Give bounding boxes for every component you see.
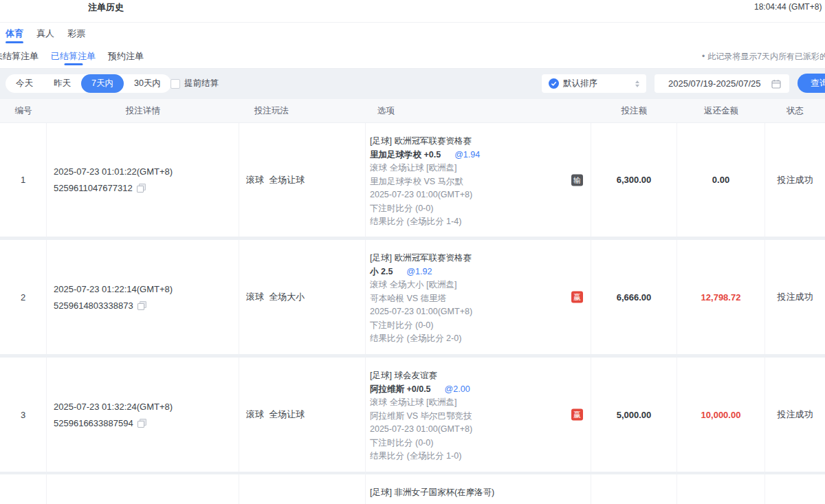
stake-amount: 6,300.00 — [591, 123, 677, 237]
selection: 里加足球学校 +0.5 — [370, 149, 441, 162]
date-range-input[interactable]: 2025/07/19-2025/07/25 — [654, 74, 789, 93]
match-teams: 哥本哈根 VS 德里塔 — [370, 292, 567, 306]
filter-7days[interactable]: 7天内 — [81, 74, 124, 93]
bet-id: 5259614803338873 — [54, 300, 133, 311]
odds-value: @1.94 — [454, 149, 480, 162]
filter-yesterday[interactable]: 昨天 — [43, 74, 81, 93]
match-time: 2025-07-23 01:00(GMT+8) — [370, 188, 567, 202]
stake-amount: 6,666.00 — [591, 240, 677, 354]
notice-bullet: • — [702, 52, 705, 61]
bet-status — [765, 474, 825, 504]
outcome-badge-lose: 输 — [571, 174, 583, 186]
col-header-payout: 返还金额 — [677, 99, 765, 122]
row-number — [0, 474, 47, 504]
early-settle-checkbox-group[interactable]: 提前结算 — [170, 74, 219, 93]
subtab-unsettled[interactable]: 未结算注单 — [0, 45, 38, 68]
copy-icon[interactable] — [138, 301, 146, 310]
col-header-play: 投注玩法 — [239, 99, 366, 122]
sort-select[interactable]: 默认排序 — [542, 74, 646, 93]
play-type: 滚球 全场大小 — [239, 240, 366, 354]
date-range-value: 2025/07/19-2025/07/25 — [668, 78, 760, 89]
col-header-detail: 投注详情 — [47, 99, 239, 122]
tab-sports-label: 体育 — [6, 28, 23, 40]
table-body: 1 2025-07-23 01:01:22(GMT+8) 52596110476… — [0, 122, 825, 504]
table-row: 1 2025-07-23 01:01:22(GMT+8) 52596110476… — [0, 123, 825, 237]
early-settle-checkbox[interactable] — [170, 79, 180, 89]
copy-icon[interactable] — [138, 419, 146, 428]
league-name: [足球] 欧洲冠军联赛资格赛 — [370, 252, 567, 265]
league-name: [足球] 球会友谊赛 — [370, 369, 567, 383]
bet-status: 投注成功 — [765, 240, 825, 354]
copy-icon[interactable] — [137, 184, 146, 193]
col-header-stake: 投注额 — [591, 99, 677, 122]
match-time: 2025-07-23 01:00(GMT+8) — [370, 423, 567, 437]
market-info: 滚球 全场让球 [欧洲盘] — [370, 396, 567, 410]
league-name: [足球] 欧洲冠军联赛资格赛 — [370, 135, 567, 149]
option-cell: [足球] 欧洲冠军联赛资格赛 里加足球学校 +0.5@1.94 滚球 全场让球 … — [366, 123, 591, 237]
bet-time: 2025-07-23 01:01:22(GMT+8) — [54, 166, 239, 177]
play-type: 滚球 全场让球 — [239, 358, 366, 472]
filter-30days[interactable]: 30天内 — [124, 74, 171, 93]
server-time: 18:04:44 (GMT+8) — [754, 2, 822, 12]
query-button[interactable]: 查询 — [798, 74, 825, 93]
subtab-reserved[interactable]: 预约注单 — [108, 45, 144, 68]
table-row: [足球] 非洲女子国家杯(在摩洛哥) — [0, 474, 825, 504]
result-score: 结果比分 (全场比分 1-4) — [370, 215, 567, 229]
bet-status: 投注成功 — [765, 123, 825, 237]
sort-arrows-icon — [635, 80, 639, 87]
tab-live-label: 真人 — [36, 28, 54, 40]
subtab-settled[interactable]: 已结算注单 — [51, 45, 96, 68]
match-teams: 阿拉维斯 VS 毕尔巴鄂竞技 — [370, 410, 567, 424]
tab-lottery-label: 彩票 — [67, 28, 85, 40]
subtabbar: 未结算注单 已结算注单 预约注单 •此记录将显示7天内所有已派彩的 — [0, 45, 825, 69]
record-notice: •此记录将显示7天内所有已派彩的 — [702, 51, 825, 63]
date-quick-filter: 今天 昨天 7天内 30天内 — [6, 74, 171, 93]
market-info: 滚球 全场大小 [欧洲盘] — [370, 278, 567, 292]
row-number: 2 — [0, 240, 47, 354]
bet-detail-cell: 2025-07-23 01:22:14(GMT+8) 5259614803338… — [47, 240, 239, 354]
bet-detail-cell: 2025-07-23 01:01:22(GMT+8) 5259611047677… — [47, 123, 239, 237]
subtab-settled-label: 已结算注单 — [51, 50, 96, 63]
payout-amount — [677, 474, 765, 504]
result-score: 结果比分 (全场比分 2-0) — [370, 332, 567, 346]
bet-status: 投注成功 — [765, 358, 825, 472]
option-cell: [足球] 球会友谊赛 阿拉维斯 +0/0.5@2.00 滚球 全场让球 [欧洲盘… — [366, 358, 591, 472]
selection: 小 2.5 — [370, 265, 393, 279]
top-bar: 注单历史 18:04:44 (GMT+8) — [0, 0, 825, 23]
tab-sports[interactable]: 体育 — [6, 23, 23, 45]
bet-table: 编号 投注详情 投注玩法 选项 投注额 返还金额 状态 1 2025-07-23… — [0, 99, 825, 504]
tab-live[interactable]: 真人 — [36, 23, 54, 45]
early-settle-label: 提前结算 — [184, 78, 219, 89]
stake-amount — [591, 474, 677, 504]
subtab-unsettled-label: 未结算注单 — [0, 50, 38, 63]
market-info: 滚球 全场让球 [欧洲盘] — [370, 162, 567, 175]
option-cell: [足球] 非洲女子国家杯(在摩洛哥) — [366, 474, 591, 504]
calendar-icon — [771, 79, 781, 89]
notice-text: 此记录将显示7天内所有已派彩的 — [707, 52, 825, 61]
option-cell: [足球] 欧洲冠军联赛资格赛 小 2.5@1.92 滚球 全场大小 [欧洲盘] … — [366, 240, 591, 354]
tab-lottery[interactable]: 彩票 — [67, 23, 85, 45]
bet-time: 2025-07-23 01:22:14(GMT+8) — [54, 284, 239, 294]
selection: 阿拉维斯 +0/0.5 — [370, 383, 431, 397]
payout-amount: 0.00 — [677, 123, 765, 237]
table-header: 编号 投注详情 投注玩法 选项 投注额 返还金额 状态 — [0, 99, 825, 122]
row-number: 3 — [0, 358, 47, 472]
bet-time: 2025-07-23 01:32:24(GMT+8) — [54, 402, 239, 412]
table-row: 2 2025-07-23 01:22:14(GMT+8) 52596148033… — [0, 240, 825, 354]
payout-amount: 12,798.72 — [677, 240, 765, 354]
score-at-bet: 下注时比分 (0-0) — [370, 319, 567, 333]
col-header-status: 状态 — [765, 99, 825, 122]
page-title: 注单历史 — [88, 1, 124, 14]
score-at-bet: 下注时比分 (0-0) — [370, 437, 567, 450]
play-type — [239, 474, 366, 504]
filter-today[interactable]: 今天 — [6, 74, 43, 93]
outcome-badge-win: 赢 — [571, 409, 583, 421]
check-circle-icon — [549, 78, 559, 89]
table-row: 3 2025-07-23 01:32:24(GMT+8) 52596166338… — [0, 358, 825, 472]
score-at-bet: 下注时比分 (0-0) — [370, 202, 567, 216]
odds-value: @2.00 — [445, 383, 470, 397]
payout-amount: 10,000.00 — [677, 358, 765, 472]
row-number: 1 — [0, 123, 47, 237]
result-score: 结果比分 (全场比分 1-0) — [370, 450, 567, 463]
match-teams: 里加足球学校 VS 马尔默 — [370, 175, 567, 189]
